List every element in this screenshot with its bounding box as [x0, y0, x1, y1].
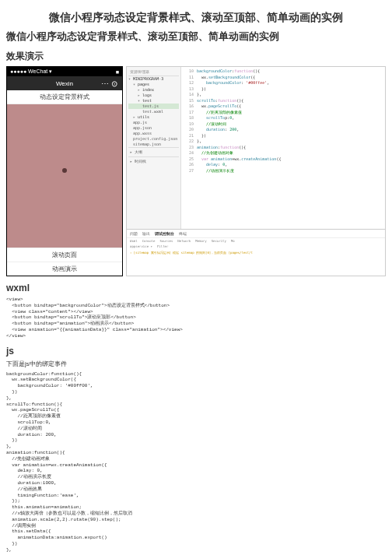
- folder-pages[interactable]: pages: [128, 82, 179, 87]
- file-sitemap[interactable]: sitemap.json: [128, 142, 179, 147]
- demo-label: 效果演示: [6, 50, 386, 63]
- project-root[interactable]: MINIPROGRAM-3: [128, 76, 179, 82]
- console-subtabs[interactable]: Wxml Console Sources Network Memory Secu…: [127, 238, 385, 244]
- console-filter-row: appservice ▾ Filter: [127, 244, 385, 249]
- folder-utils[interactable]: utils: [128, 114, 179, 120]
- subtab-more[interactable]: Mo: [231, 239, 235, 243]
- subtab-console[interactable]: Console: [142, 239, 156, 243]
- folder-index[interactable]: index: [128, 87, 179, 93]
- wxml-heading: wxml: [6, 283, 386, 293]
- phone-section-scroll[interactable]: 滚动页面: [7, 248, 122, 262]
- tab-debug[interactable]: 调试控制台: [155, 231, 174, 236]
- ide-console: 问题 输出 调试控制台 终端 Wxml Console Sources Netw…: [127, 229, 385, 276]
- ide-panel: 资源管理器 MINIPROGRAM-3 pages index logs tes…: [126, 66, 386, 276]
- tree-outline[interactable]: ▸ 大纲: [128, 147, 179, 156]
- subtab-memory[interactable]: Memory: [195, 239, 206, 243]
- console-filter-input[interactable]: Filter: [157, 244, 168, 248]
- subtab-security[interactable]: Security: [212, 239, 226, 243]
- wxml-code: <view> <button bindtap="backgroundColor"…: [6, 297, 386, 339]
- file-tree[interactable]: 资源管理器 MINIPROGRAM-3 pages index logs tes…: [127, 67, 181, 229]
- subtab-sources[interactable]: Sources: [160, 239, 173, 243]
- file-appjs[interactable]: app.js: [128, 120, 179, 125]
- js-code: backgroundColor:function(){ wx.setBackgr…: [6, 371, 386, 553]
- file-appwxss[interactable]: app.wxss: [128, 131, 179, 136]
- js-note: 下面是js中的绑定事件: [6, 360, 386, 368]
- console-warning: [sitemap 索引情况提示] 根据 sitemap 的规则[0]，当前页面 …: [127, 249, 385, 256]
- phone-header: Wexin ⋯ ⊙: [7, 76, 122, 90]
- status-right: ■: [116, 69, 119, 75]
- file-appjson[interactable]: app.json: [128, 125, 179, 131]
- phone-bottom: 滚动页面 动画演示: [7, 248, 122, 276]
- phone-section-bg[interactable]: 动态设定背景样式: [7, 90, 122, 104]
- subtab-wxml[interactable]: Wxml: [130, 239, 138, 243]
- menu-icon[interactable]: ⋯ ⊙: [101, 79, 117, 88]
- tree-timeline[interactable]: ▸ 时间线: [128, 156, 179, 166]
- js-heading: js: [6, 346, 386, 357]
- subtab-network[interactable]: Network: [177, 239, 191, 243]
- tree-header: 资源管理器: [128, 68, 179, 76]
- file-testjs[interactable]: test.js: [128, 104, 179, 109]
- screenshot-row: ●●●●● WeChat ▾ ■ Wexin ⋯ ⊙ 动态设定背景样式 滚动页面…: [6, 66, 386, 276]
- page-subtitle: 微信小程序动态设定背景样式、滚动至顶部、简单动画的实例: [6, 30, 386, 44]
- console-filter[interactable]: appservice ▾: [130, 244, 152, 248]
- tab-problems[interactable]: 问题: [130, 231, 138, 236]
- folder-test[interactable]: test: [128, 98, 179, 104]
- tab-terminal[interactable]: 终端: [179, 231, 187, 236]
- phone-header-title: Wexin: [56, 80, 73, 87]
- tab-output[interactable]: 输出: [142, 231, 150, 236]
- folder-logs[interactable]: logs: [128, 93, 179, 98]
- page-title: 微信小程序动态设定背景样式、滚动至顶部、简单动画的实例: [6, 11, 386, 25]
- file-testwxml[interactable]: test.wxml: [128, 109, 179, 114]
- phone-mockup: ●●●●● WeChat ▾ ■ Wexin ⋯ ⊙ 动态设定背景样式 滚动页面…: [6, 66, 123, 276]
- phone-status-bar: ●●●●● WeChat ▾ ■: [7, 67, 122, 76]
- code-editor[interactable]: 10backgroundColor:function(){11 wx.setBa…: [181, 67, 385, 229]
- file-projectconfig[interactable]: project.config.json: [128, 136, 179, 142]
- console-tabs[interactable]: 问题 输出 调试控制台 终端: [127, 230, 385, 238]
- loading-dot: [62, 168, 67, 173]
- status-left: ●●●●● WeChat ▾: [10, 68, 52, 75]
- phone-body: [7, 104, 122, 237]
- phone-section-anim[interactable]: 动画演示: [7, 262, 122, 276]
- ide-top: 资源管理器 MINIPROGRAM-3 pages index logs tes…: [127, 67, 385, 229]
